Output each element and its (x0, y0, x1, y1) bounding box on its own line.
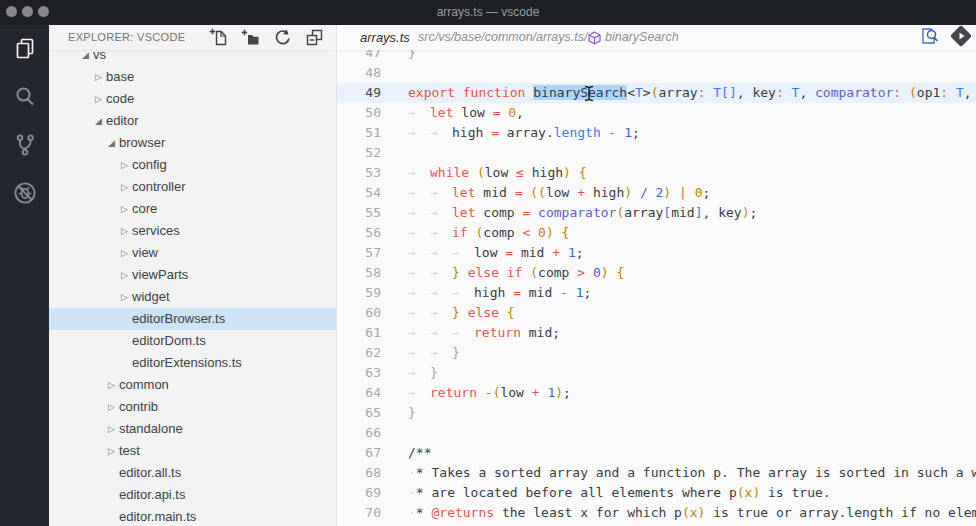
breadcrumb-symbol[interactable]: binarySearch (588, 25, 679, 50)
code-line-58[interactable]: 58→→} else if (comp > 0) { (337, 263, 976, 283)
refresh-button[interactable] (273, 28, 292, 47)
activitybar-item-search[interactable] (0, 73, 49, 121)
tab-whitespace-arrow: → (408, 243, 430, 263)
code-token: } (430, 365, 438, 380)
tree-item-label: editor.api.ts (119, 484, 186, 506)
code-line-56[interactable]: 56→→if (comp < 0) { (337, 223, 976, 243)
code-line-68[interactable]: 68·* Takes a sorted array and a function… (337, 463, 976, 483)
code-line-53[interactable]: 53→while (low ≤ high) { (337, 163, 976, 183)
tree-item-editor.all.ts[interactable]: editor.all.ts (49, 462, 336, 484)
tree-item-editorbrowser.ts[interactable]: editorBrowser.ts (49, 308, 336, 330)
diamond-button[interactable] (949, 25, 973, 52)
code-line-63[interactable]: 63→} (337, 363, 976, 383)
code-line-60[interactable]: 60→→} else { (337, 303, 976, 323)
tree-item-vs[interactable]: ◢vs (49, 50, 336, 66)
tree-item-controller[interactable]: ▷controller (49, 176, 336, 198)
code-line-64[interactable]: 64→return -(low + 1); (337, 383, 976, 403)
tree-item-editordom.ts[interactable]: editorDom.ts (49, 330, 336, 352)
activitybar-item-debug[interactable] (0, 169, 49, 217)
code-line-65[interactable]: 65} (337, 403, 976, 423)
code-line-50[interactable]: 50→let low = 0, (337, 103, 976, 123)
tree-item-test[interactable]: ▷test (49, 440, 336, 462)
code-token (477, 385, 485, 400)
twistie-collapsed-icon[interactable]: ▷ (105, 418, 118, 440)
twistie-collapsed-icon[interactable]: ▷ (105, 440, 118, 462)
preview-search-button[interactable] (919, 26, 940, 50)
code-line-49[interactable]: 49export function binarySearch<T>(array:… (337, 83, 976, 103)
tree-item-editorextensions.ts[interactable]: editorExtensions.ts (49, 352, 336, 374)
code-token (530, 225, 538, 240)
tree-item-label: services (132, 220, 180, 242)
twistie-collapsed-icon[interactable]: ▷ (118, 154, 131, 176)
code-line-62[interactable]: 62→→} (337, 343, 976, 363)
new-file-button[interactable] (209, 28, 228, 47)
code-token: } (452, 345, 460, 360)
code-line-70[interactable]: 70·* @returns the least x for which p(x)… (337, 503, 976, 523)
code-line-48[interactable]: 48 (337, 63, 976, 83)
tab-whitespace-arrow: → (430, 183, 452, 203)
tree-item-editor.main.ts[interactable]: editor.main.ts (49, 506, 336, 526)
twistie-expanded-icon[interactable]: ◢ (105, 132, 118, 154)
tree-item-viewparts[interactable]: ▷viewParts (49, 264, 336, 286)
tree-item-base[interactable]: ▷base (49, 66, 336, 88)
twistie-collapsed-icon[interactable]: ▷ (118, 264, 131, 286)
line-number: 47 (337, 50, 381, 63)
activitybar-item-explorer[interactable] (0, 25, 49, 73)
code-line-66[interactable]: 66 (337, 423, 976, 443)
twistie-expanded-icon[interactable]: ◢ (79, 50, 92, 66)
tree-item-editor.api.ts[interactable]: editor.api.ts (49, 484, 336, 506)
code-line-51[interactable]: 51→→high = array.length - 1; (337, 123, 976, 143)
code-token: while (430, 165, 469, 180)
twistie-collapsed-icon[interactable]: ▷ (92, 66, 105, 88)
twistie-collapsed-icon[interactable]: ▷ (105, 396, 118, 418)
twistie-collapsed-icon[interactable]: ▷ (118, 176, 131, 198)
twistie-expanded-icon[interactable]: ◢ (92, 110, 105, 132)
code-line-69[interactable]: 69·* are located before all elements whe… (337, 483, 976, 503)
code-token: array. (499, 125, 554, 140)
collapse-all-button[interactable] (305, 28, 324, 47)
tree-item-common[interactable]: ▷common (49, 374, 336, 396)
twistie-collapsed-icon[interactable]: ▷ (118, 242, 131, 264)
code-line-61[interactable]: 61→→→return mid; (337, 323, 976, 343)
code-token: ( (909, 85, 917, 100)
code-token: T (713, 85, 721, 100)
code-line-57[interactable]: 57→→→low = mid + 1; (337, 243, 976, 263)
code-line-67[interactable]: 67/** (337, 443, 976, 463)
twistie-collapsed-icon[interactable]: ▷ (92, 88, 105, 110)
code-token (554, 225, 562, 240)
tree-item-services[interactable]: ▷services (49, 220, 336, 242)
code-line-59[interactable]: 59→→→high = mid - 1; (337, 283, 976, 303)
code-editor[interactable]: 47}4849export function binarySearch<T>(a… (337, 50, 976, 526)
code-token: + (577, 185, 585, 200)
twistie-collapsed-icon[interactable]: ▷ (118, 198, 131, 220)
tab-whitespace-arrow: → (408, 323, 430, 343)
code-line-52[interactable]: 52 (337, 143, 976, 163)
tree-item-core[interactable]: ▷core (49, 198, 336, 220)
code-token: , (737, 85, 745, 100)
code-token: · (408, 505, 416, 520)
tree-item-standalone[interactable]: ▷standalone (49, 418, 336, 440)
code-line-47[interactable]: 47} (337, 50, 976, 63)
new-folder-button[interactable] (241, 28, 260, 47)
editor-tab-filename[interactable]: arrays.ts (360, 25, 410, 50)
tree-item-browser[interactable]: ◢browser (49, 132, 336, 154)
diamond-icon (949, 25, 973, 48)
tree-item-code[interactable]: ▷code (49, 88, 336, 110)
tree-item-config[interactable]: ▷config (49, 154, 336, 176)
tree-item-label: vs (93, 50, 106, 66)
twistie-collapsed-icon[interactable]: ▷ (105, 374, 118, 396)
tree-item-label: browser (119, 132, 165, 154)
twistie-collapsed-icon[interactable]: ▷ (118, 286, 131, 308)
code-token: 0 (695, 185, 703, 200)
activitybar-item-source-control[interactable] (0, 121, 49, 169)
code-token (807, 85, 815, 100)
code-line-54[interactable]: 54→→let mid = ((low + high) / 2) | 0; (337, 183, 976, 203)
tree-item-editor[interactable]: ◢editor (49, 110, 336, 132)
twistie-collapsed-icon[interactable]: ▷ (118, 220, 131, 242)
code-token: + (532, 385, 540, 400)
code-token (499, 305, 507, 320)
tree-item-view[interactable]: ▷view (49, 242, 336, 264)
code-line-55[interactable]: 55→→let comp = comparator(array[mid], ke… (337, 203, 976, 223)
tree-item-contrib[interactable]: ▷contrib (49, 396, 336, 418)
tree-item-widget[interactable]: ▷widget (49, 286, 336, 308)
